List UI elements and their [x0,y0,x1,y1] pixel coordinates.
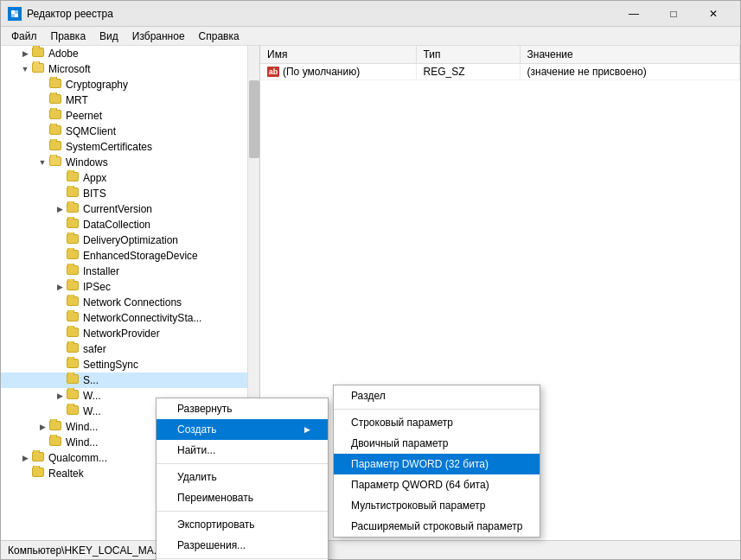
tree-label-bits: BITS [83,188,106,200]
registry-editor-window: Редактор реестра — □ ✕ Файл Правка Вид И… [0,0,741,560]
context-menu-sep1 [157,463,328,464]
tree-label-systemcertificates: SystemCertificates [66,141,152,153]
expand-icon-microsoft: ▼ [18,61,32,77]
folder-icon-currentversion [67,203,80,215]
folder-icon-windows [49,156,63,169]
svg-rect-1 [11,10,15,14]
submenu[interactable]: Раздел Строковый параметр Двоичный парам… [333,385,540,538]
tree-item-ipsec[interactable]: ▶ IPSec [1,279,259,295]
folder-icon-ipsec [67,281,80,293]
tree-label-installer: Installer [83,265,119,277]
context-menu-permissions[interactable]: Разрешения... [157,535,328,556]
context-menu-sep2 [157,511,328,512]
tree-item-mrt[interactable]: ▶ MRT [1,92,259,108]
maximize-button[interactable]: □ [654,1,693,27]
folder-icon-w2 [67,405,80,417]
tree-label-w1: W... [83,390,101,402]
folder-icon-adobe [32,48,46,60]
tree-scrollbar-thumb[interactable] [249,80,259,158]
tree-item-cryptography[interactable]: ▶ Cryptography [1,77,259,92]
tree-label-sqmclient: SQMClient [66,125,116,137]
tree-item-settingsync[interactable]: ▶ SettingSync [1,357,259,372]
context-menu-create[interactable]: Создать [157,419,328,440]
folder-icon-qualcomm [32,452,46,464]
tree-label-windows: Windows [66,156,108,169]
tree-item-adobe[interactable]: ▶ Adobe [1,46,259,61]
folder-icon-installer [67,265,80,277]
folder-icon-deliveryoptimization [67,234,80,246]
tree-item-s-selected[interactable]: ▶ S... [1,372,259,388]
submenu-binary[interactable]: Двоичный параметр [334,433,540,454]
submenu-multistring[interactable]: Мультистроковый параметр [334,495,540,516]
tree-label-windowsupdate: Wind... [66,421,98,433]
submenu-string[interactable]: Строковый параметр [334,412,540,433]
tree-item-deliveryoptimization[interactable]: ▶ DeliveryOptimization [1,232,259,248]
folder-icon-realtek [32,468,46,480]
svg-rect-2 [15,10,18,14]
submenu-dword[interactable]: Параметр DWORD (32 бита) [334,454,540,474]
folder-icon-enhancedstorage [67,250,80,262]
menu-file[interactable]: Файл [4,29,44,44]
menu-edit[interactable]: Правка [44,29,93,44]
expand-icon-currentversion: ▶ [53,201,67,217]
tree-label-windowsother: Wind... [66,436,98,449]
tree-item-enhancedstorage[interactable]: ▶ EnhancedStorageDevice [1,248,259,264]
minimize-button[interactable]: — [614,1,654,27]
svg-rect-4 [15,14,18,17]
tree-item-installer[interactable]: ▶ Installer [1,264,259,279]
tree-item-windows[interactable]: ▼ Windows [1,155,259,170]
menubar: Файл Правка Вид Избранное Справка [1,27,740,46]
svg-rect-3 [11,14,15,17]
tree-label-s: S... [83,374,99,386]
context-menu-rename[interactable]: Переименовать [157,487,328,508]
tree-item-microsoft[interactable]: ▼ Microsoft [1,61,259,77]
tree-item-bits[interactable]: ▶ BITS [1,186,259,201]
menu-help[interactable]: Справка [192,29,246,44]
app-icon [8,7,22,21]
tree-item-networkconnectivity[interactable]: ▶ NetworkConnectivitySta... [1,310,259,326]
table-row[interactable]: ab(По умолчанию) REG_SZ (значение не при… [260,63,740,80]
tree-label-w2: W... [83,405,101,417]
window-controls: — □ ✕ [614,1,733,27]
close-button[interactable]: ✕ [693,1,733,27]
submenu-section[interactable]: Раздел [334,385,540,406]
tree-label-microsoft: Microsoft [48,63,91,75]
menu-view[interactable]: Вид [93,29,125,44]
folder-icon-w1 [67,390,80,402]
col-type: Тип [416,46,520,63]
tree-item-sqmclient[interactable]: ▶ SQMClient [1,124,259,139]
context-menu-delete[interactable]: Удалить [157,467,328,487]
expand-icon-ipsec: ▶ [53,279,67,295]
tree-label-enhancedstorage: EnhancedStorageDevice [83,250,198,262]
context-menu-sep3 [157,558,328,559]
folder-icon-cryptography [49,79,63,91]
menu-favorites[interactable]: Избранное [125,29,192,44]
expand-icon-w1: ▶ [53,388,67,404]
tree-label-cryptography: Cryptography [66,79,128,91]
tree-item-datacollection[interactable]: ▶ DataCollection [1,217,259,232]
tree-item-networkprovider[interactable]: ▶ NetworkProvider [1,326,259,341]
folder-icon-networkconnections [67,296,80,309]
statusbar-text: Компьютер\HKEY_LOCAL_MA... [8,544,163,557]
submenu-qword[interactable]: Параметр QWORD (64 бита) [334,474,540,495]
context-menu-export[interactable]: Экспортировать [157,514,328,535]
folder-icon-bits [67,188,80,200]
tree-item-networkconnections[interactable]: ▶ Network Connections [1,295,259,310]
context-menu-expand[interactable]: Развернуть [157,398,328,419]
tree-item-systemcertificates[interactable]: ▶ SystemCertificates [1,139,259,155]
folder-icon-microsoft [32,63,46,75]
folder-icon-networkprovider [67,328,80,340]
tree-item-appx[interactable]: ▶ Appx [1,170,259,186]
reg-name-cell: ab(По умолчанию) [260,63,416,80]
folder-icon-networkconnectivity [67,312,80,324]
context-menu-find[interactable]: Найти... [157,440,328,461]
folder-icon-sqmclient [49,125,63,137]
reg-type-icon: ab [267,67,279,77]
tree-item-safer[interactable]: ▶ safer [1,341,259,357]
tree-label-realtek: Realtek [48,468,84,480]
submenu-expandstring[interactable]: Расширяемый строковый параметр [334,516,540,537]
tree-item-currentversion[interactable]: ▶ CurrentVersion [1,201,259,217]
context-menu[interactable]: Развернуть Создать Найти... Удалить Пере… [156,398,329,560]
tree-item-peernet[interactable]: ▶ Peernet [1,108,259,124]
folder-icon-appx [67,172,80,184]
